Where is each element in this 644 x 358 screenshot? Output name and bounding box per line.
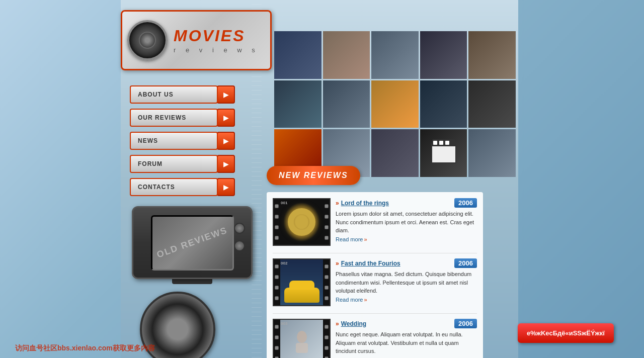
photo-cell-7 (323, 80, 370, 128)
film-hole (325, 225, 329, 229)
film-holes-left-1 (274, 199, 280, 245)
review-title-row-3: » Wedding 2006 (336, 319, 477, 328)
film-strip-1: 001 (273, 198, 331, 246)
sidebar-item-news[interactable]: NEWS (130, 132, 240, 150)
watermark: 访问血号社区bbs.xienlao.com获取更多内容 (15, 344, 155, 353)
nav-button-contacts[interactable]: CONTACTS (130, 178, 218, 196)
logo-text: MOVIES r e v i e w s (174, 27, 259, 54)
film-hole (325, 325, 329, 329)
photo-cell-5 (468, 31, 516, 79)
film-number-3: 003 (281, 321, 287, 326)
ring-image (280, 199, 323, 245)
reviews-header-text: NEW REVIEWS (279, 171, 348, 180)
film-hole (325, 275, 329, 279)
reviews-header: NEW REVIEWS (267, 166, 360, 185)
sidebar-item-about[interactable]: ABOUT US (130, 85, 240, 104)
film-hole (325, 296, 329, 300)
film-hole (275, 286, 279, 290)
photo-cell-1 (274, 31, 321, 79)
sidebar-item-contacts[interactable]: CONTACTS (130, 178, 240, 196)
film-hole (325, 286, 329, 290)
nav-button-news[interactable]: NEWS (130, 132, 218, 150)
nav-arrow-reviews[interactable] (217, 109, 235, 127)
review-text-2: Phasellus vitae magna. Sed dictum. Quisq… (336, 270, 477, 295)
photo-cell-8 (371, 80, 419, 128)
film-hole (275, 225, 279, 229)
film-holes-right-2 (324, 259, 330, 305)
review-item-2: 002 » Fast and the Fourios 2006 Phasellu… (273, 258, 477, 314)
film-holes-right-1 (324, 199, 330, 245)
logo-box: MOVIES r e v i e w s (121, 10, 272, 70)
sidebar-item-forum[interactable]: FORUM (130, 155, 240, 173)
review-content-2: » Fast and the Fourios 2006 Phasellus vi… (336, 258, 477, 306)
nav-arrow-forum[interactable] (217, 155, 235, 173)
review-year-1: 2006 (454, 198, 477, 208)
film-hole (325, 236, 329, 240)
tv-area: OLD REVIEWS (132, 206, 253, 287)
review-title-link-1[interactable]: » Lord of the rings (336, 200, 389, 207)
film-hole (275, 204, 279, 208)
film-hole (275, 335, 279, 339)
tv-knob-2 (234, 240, 245, 251)
reviews-section: NEW REVIEWS (267, 166, 518, 358)
film-hole (275, 325, 279, 329)
film-hole (325, 215, 329, 219)
film-number-2: 002 (281, 261, 287, 265)
ring-shape (288, 208, 315, 236)
photo-cell-4 (420, 31, 467, 79)
review-arrow-icon-2: » (336, 260, 339, 267)
speaker-icon (127, 20, 168, 60)
photo-grid (274, 31, 516, 177)
photo-cell-3 (371, 31, 419, 79)
nav-button-reviews[interactable]: OUR REVIEWS (130, 109, 218, 127)
tv-stand (172, 279, 212, 284)
sidebar-item-reviews[interactable]: OUR REVIEWS (130, 109, 240, 127)
review-title-1[interactable]: Lord of the rings (341, 200, 389, 207)
film-strip-3: 003 (273, 319, 331, 358)
nav-button-forum[interactable]: FORUM (130, 155, 218, 173)
film-hole (275, 346, 279, 350)
car-image (280, 259, 323, 305)
svg-point-0 (297, 331, 307, 343)
film-hole (275, 275, 279, 279)
person-svg (287, 328, 317, 358)
review-year-3: 2006 (454, 319, 477, 328)
tv-body: OLD REVIEWS (132, 206, 253, 279)
review-title-row-1: » Lord of the rings 2006 (336, 198, 477, 208)
review-year-2: 2006 (454, 258, 477, 268)
review-title-3[interactable]: Wedding (341, 320, 366, 327)
car-shape (284, 288, 319, 303)
review-text-3: Nunc eget neque. Aliquam erat volutpat. … (336, 330, 477, 355)
film-hole (325, 335, 329, 339)
review-text-1: Lorem ipsum dolor sit amet, consectetuer… (336, 210, 477, 235)
review-title-link-2[interactable]: » Fast and the Fourios (336, 260, 400, 267)
nav-area: ABOUT US OUR REVIEWS NEWS FORUM CONTACTS (130, 85, 240, 201)
reviews-container: 001 » Lord of the rings 2006 Lorem ipsum… (267, 192, 483, 358)
photo-cell-2 (323, 31, 370, 79)
logo-subtitle: r e v i e w s (174, 46, 259, 54)
film-hole (275, 264, 279, 268)
read-more-2[interactable]: Read more (336, 297, 477, 303)
film-holes-left-3 (274, 320, 280, 358)
tv-screen: OLD REVIEWS (151, 215, 234, 271)
review-content-3: » Wedding 2006 Nunc eget neque. Aliquam … (336, 319, 477, 358)
cjk-button[interactable]: е%жKесБдё«иSSжЁÝжкї (518, 323, 614, 343)
film-hole (275, 236, 279, 240)
nav-arrow-about[interactable] (217, 85, 235, 104)
film-holes-right-3 (324, 320, 330, 358)
film-strip-2: 002 (273, 258, 331, 306)
review-content-1: » Lord of the rings 2006 Lorem ipsum dol… (336, 198, 477, 246)
tv-knob-1 (234, 223, 245, 234)
nav-arrow-news[interactable] (217, 132, 235, 150)
review-item-3: 003 » Wedding 2006 Nunc eget neque. Aliq… (273, 319, 477, 358)
review-title-2[interactable]: Fast and the Fourios (341, 260, 400, 267)
review-title-link-3[interactable]: » Wedding (336, 320, 366, 327)
nav-arrow-contacts[interactable] (217, 178, 235, 196)
film-number-1: 001 (281, 201, 287, 205)
review-arrow-icon-3: » (336, 320, 339, 327)
review-title-row-2: » Fast and the Fourios 2006 (336, 258, 477, 268)
read-more-1[interactable]: Read more (336, 236, 477, 242)
photo-cell-9 (420, 80, 467, 128)
nav-button-about[interactable]: ABOUT US (130, 85, 218, 104)
film-inner-2 (280, 259, 323, 305)
